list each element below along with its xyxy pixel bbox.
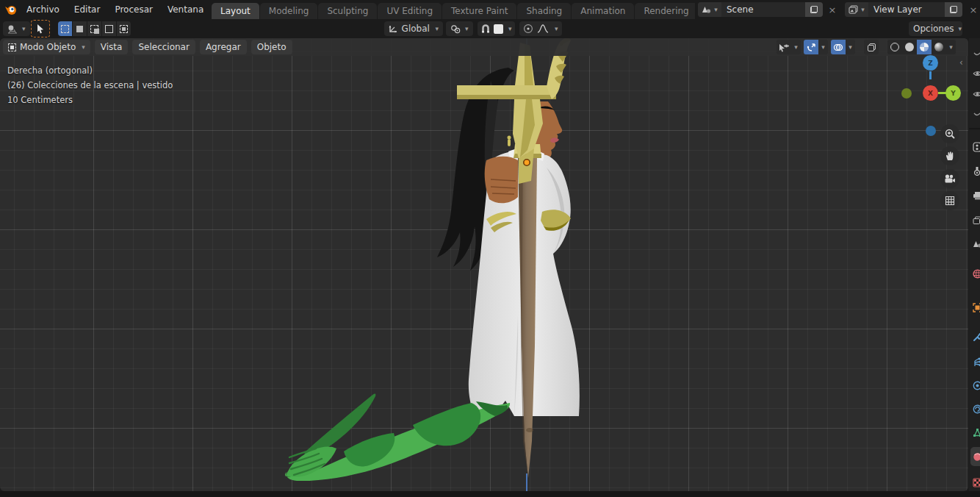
select-invert-icon: [105, 25, 113, 33]
select-mode-subtract[interactable]: [87, 21, 101, 36]
select-mode-new[interactable]: [58, 21, 72, 36]
3d-viewport[interactable]: Modo Objeto ▾ Vista Seleccionar Agregar …: [0, 38, 968, 491]
view-layer-name[interactable]: View Layer: [868, 2, 945, 17]
chevron-down-icon: ▾: [959, 26, 962, 32]
chevron-down-icon[interactable]: ▾: [791, 40, 801, 54]
navigation-gizmo[interactable]: Z X Y: [896, 53, 968, 134]
topbar: Archivo Editar Procesar Ventana Ayuda La…: [0, 0, 980, 19]
blender-logo-icon[interactable]: [4, 4, 17, 15]
gizmo-axis-y-neg[interactable]: [901, 88, 912, 99]
gizmo-axis-z[interactable]: Z: [923, 55, 938, 71]
properties-tab-object-data[interactable]: [971, 426, 980, 438]
scale-text: 10 Centimeters: [7, 93, 173, 107]
tab-layout[interactable]: Layout: [212, 3, 259, 19]
select-mode-invert[interactable]: [102, 21, 116, 36]
crown-blade-lower: [519, 149, 534, 184]
tab-animation[interactable]: Animation: [572, 3, 634, 19]
collapse-panel-arrow[interactable]: ‹: [959, 57, 963, 68]
tab-modeling[interactable]: Modeling: [260, 3, 318, 19]
falloff-curve-icon[interactable]: [537, 24, 549, 33]
view-layer-icon[interactable]: ▾: [845, 2, 868, 17]
tab-texture-paint[interactable]: Texture Paint: [442, 3, 516, 19]
properties-tab-modifiers[interactable]: [971, 331, 980, 343]
properties-tab-render[interactable]: [971, 165, 980, 176]
properties-tab-view-layer[interactable]: [971, 215, 980, 226]
properties-tab-scene[interactable]: [971, 238, 980, 250]
scene-unlink-button[interactable]: ×: [826, 2, 839, 17]
proportional-edit-icon[interactable]: [523, 24, 533, 34]
material-sphere-icon: [920, 43, 929, 51]
shading-rendered[interactable]: [932, 40, 946, 54]
properties-tab-tool[interactable]: [971, 141, 980, 153]
pivot-icon: [450, 24, 461, 34]
collar: [508, 149, 544, 161]
properties-tab-material[interactable]: [971, 451, 980, 462]
chevron-down-icon[interactable]: ▾: [946, 40, 956, 54]
object-visibility-dropdown[interactable]: [777, 40, 791, 54]
chevron-down-icon[interactable]: ▾: [818, 40, 828, 54]
snap-target-swatch[interactable]: [494, 24, 503, 34]
active-tool-tweak-button[interactable]: [31, 20, 50, 37]
tab-shading[interactable]: Shading: [517, 3, 571, 19]
zoom-button[interactable]: [940, 124, 959, 143]
view-layer-copy-button[interactable]: [945, 2, 962, 17]
show-gizmo-toggle[interactable]: [804, 40, 818, 54]
camera-icon: [944, 174, 956, 184]
select-mode-extend[interactable]: [73, 21, 87, 36]
show-overlays-toggle[interactable]: [831, 40, 846, 54]
tab-sculpting[interactable]: Sculpting: [318, 3, 377, 19]
properties-tab-constraints[interactable]: [971, 403, 980, 415]
properties-tab-object[interactable]: [971, 301, 980, 313]
gizmo-axis-y[interactable]: Y: [945, 85, 961, 101]
snap-controls: ▾: [478, 21, 515, 36]
chevron-down-icon[interactable]: ▾: [846, 40, 855, 54]
gizmo-icon: [807, 43, 816, 52]
eyebrow: [538, 107, 555, 110]
menu-editar[interactable]: Editar: [67, 2, 108, 17]
perspective-toggle-button[interactable]: [940, 191, 959, 210]
magnet-icon[interactable]: [480, 24, 491, 34]
menu-objeto[interactable]: Objeto: [251, 40, 292, 54]
menu-archivo[interactable]: Archivo: [19, 2, 67, 17]
menu-procesar[interactable]: Procesar: [107, 2, 160, 17]
view-layer-selector[interactable]: ▾ View Layer: [845, 2, 962, 17]
tab-rendering[interactable]: Rendering: [635, 3, 695, 19]
outliner-eye-icon[interactable]: [971, 88, 980, 100]
tab-uv-editing[interactable]: UV Editing: [378, 3, 442, 19]
menu-agregar[interactable]: Agregar: [200, 40, 247, 54]
properties-tab-output[interactable]: [971, 190, 980, 201]
editor-type-selector[interactable]: ▾: [3, 21, 30, 36]
xray-toggle[interactable]: [864, 40, 879, 54]
outliner-collapse-icon[interactable]: [971, 49, 980, 60]
shading-material-preview[interactable]: [917, 40, 932, 54]
menu-vista[interactable]: Vista: [95, 40, 129, 54]
viewport-header-right: ▾ ▾ ▾ ▾: [777, 40, 956, 54]
menu-seleccionar[interactable]: Seleccionar: [132, 40, 195, 54]
select-mode-intersect[interactable]: [117, 21, 131, 36]
properties-tab-physics[interactable]: [971, 379, 980, 391]
mode-selector[interactable]: Modo Objeto ▾: [3, 40, 90, 54]
menu-ventana[interactable]: Ventana: [160, 2, 211, 17]
scene-selector[interactable]: ▾ Scene: [698, 2, 823, 17]
camera-view-button[interactable]: [940, 169, 959, 188]
properties-tab-world[interactable]: [971, 268, 980, 279]
options-dropdown[interactable]: Opciones ▾: [909, 21, 962, 36]
scene-copy-button[interactable]: [805, 2, 823, 17]
outliner-eye-icon[interactable]: [971, 68, 980, 79]
properties-tab-particles[interactable]: [971, 356, 980, 368]
pivot-point-selector[interactable]: ▾: [446, 21, 473, 36]
shading-wireframe[interactable]: [887, 40, 902, 54]
gizmo-axis-x[interactable]: X: [923, 85, 938, 101]
xray-icon: [867, 43, 876, 52]
scene-name[interactable]: Scene: [721, 2, 805, 17]
gizmo-axis-z-neg[interactable]: [926, 126, 936, 136]
shading-solid[interactable]: [902, 40, 917, 54]
pan-button[interactable]: [940, 146, 959, 165]
view-layer-unlink-button[interactable]: ×: [967, 2, 980, 17]
chevron-down-icon: ▾: [861, 7, 865, 13]
outliner-collapse-icon[interactable]: [971, 109, 980, 121]
properties-tab-texture[interactable]: [971, 476, 980, 488]
transform-orientation-selector[interactable]: Global ▾: [384, 21, 443, 36]
solid-sphere-icon: [905, 43, 914, 51]
scene-icon[interactable]: ▾: [698, 2, 721, 17]
